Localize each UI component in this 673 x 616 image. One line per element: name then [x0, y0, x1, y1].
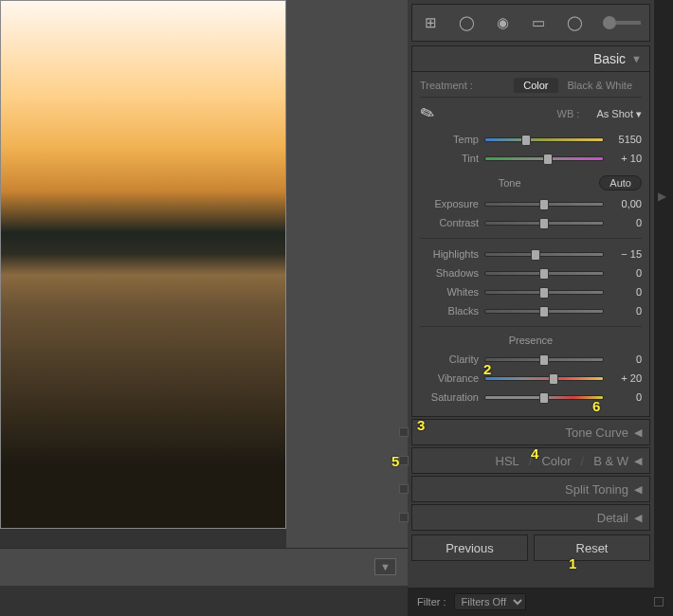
develop-panel: ⊞ ◯ ◉ ▭ ◯ Basic ▼ Treatment : Color Blac…	[408, 0, 654, 588]
annotation-4: 4	[531, 445, 538, 462]
presence-section: Presence	[420, 335, 642, 346]
tool-strip: ⊞ ◯ ◉ ▭ ◯	[411, 4, 650, 42]
wb-row: ✎ WB : As Shot ▾	[420, 103, 642, 124]
triangle-left-icon: ◀	[634, 426, 642, 439]
exposure-slider[interactable]: Exposure 0,00	[420, 194, 642, 213]
shadows-slider[interactable]: Shadows 0	[420, 263, 642, 282]
filter-bar: Filter : Filters Off	[408, 588, 673, 616]
triangle-left-icon: ◀	[634, 483, 642, 496]
panel-switch-icon[interactable]	[399, 484, 409, 494]
temp-slider[interactable]: Temp 5150	[420, 130, 642, 149]
reset-button[interactable]: Reset	[534, 534, 650, 561]
tone-curve-header[interactable]: Tone Curve ◀	[411, 419, 650, 445]
lock-icon[interactable]	[654, 597, 664, 607]
saturation-slider[interactable]: Saturation 0	[420, 388, 642, 407]
tint-slider[interactable]: Tint + 10	[420, 149, 642, 168]
auto-button[interactable]: Auto	[599, 175, 642, 190]
treatment-row: Treatment : Color Black & White	[420, 78, 642, 98]
treatment-segment: Color Black & White	[514, 78, 642, 93]
right-edge: ▶	[654, 0, 673, 588]
previous-button[interactable]: Previous	[411, 534, 528, 561]
bottom-buttons: Previous Reset	[411, 534, 650, 561]
wb-label: WB :	[557, 108, 580, 119]
annotation-2: 2	[483, 361, 491, 377]
spot-icon[interactable]: ◯	[454, 10, 479, 35]
basic-body: Treatment : Color Black & White ✎ WB : A…	[411, 72, 650, 417]
contrast-slider[interactable]: Contrast 0	[420, 213, 642, 232]
triangle-left-icon: ◀	[634, 512, 642, 524]
brush-icon[interactable]	[598, 10, 644, 35]
annotation-5: 5	[391, 453, 399, 469]
split-toning-header[interactable]: Split Toning ◀	[411, 476, 650, 502]
treatment-color[interactable]: Color	[514, 78, 557, 93]
panel-switch-icon[interactable]	[399, 513, 409, 522]
chevron-down-icon[interactable]: ▼	[374, 558, 396, 575]
photo-preview	[0, 0, 286, 529]
triangle-down-icon: ▼	[631, 53, 642, 64]
basic-title: Basic	[593, 51, 626, 66]
treatment-label: Treatment :	[420, 80, 473, 91]
eyedropper-icon[interactable]: ✎	[417, 101, 438, 126]
panel-switch-icon[interactable]	[399, 427, 409, 437]
annotation-1: 1	[569, 555, 576, 571]
filter-label: Filter :	[417, 596, 446, 607]
radial-icon[interactable]: ◯	[562, 10, 587, 35]
whites-slider[interactable]: Whites 0	[420, 282, 642, 301]
grad-icon[interactable]: ▭	[526, 10, 551, 35]
tone-section: Tone Auto	[420, 175, 642, 190]
treatment-bw[interactable]: Black & White	[558, 78, 642, 93]
crop-icon[interactable]: ⊞	[418, 10, 443, 35]
filter-select[interactable]: Filters Off	[454, 593, 526, 610]
vibrance-slider[interactable]: Vibrance + 20	[420, 369, 642, 388]
basic-header[interactable]: Basic ▼	[411, 45, 650, 72]
detail-header[interactable]: Detail ◀	[411, 504, 650, 531]
annotation-3: 3	[417, 417, 425, 433]
redeye-icon[interactable]: ◉	[490, 10, 515, 35]
filmstrip-bar: ▼	[0, 548, 408, 586]
triangle-left-icon: ◀	[634, 455, 642, 467]
chevron-right-icon[interactable]: ▶	[658, 190, 666, 203]
highlights-slider[interactable]: Highlights − 15	[420, 245, 642, 263]
canvas-bg	[286, 0, 408, 548]
clarity-slider[interactable]: Clarity 0	[420, 350, 642, 369]
blacks-slider[interactable]: Blacks 0	[420, 301, 642, 320]
wb-select[interactable]: As Shot ▾	[596, 108, 642, 120]
annotation-6: 6	[592, 398, 600, 414]
panel-switch-icon[interactable]	[399, 456, 409, 465]
